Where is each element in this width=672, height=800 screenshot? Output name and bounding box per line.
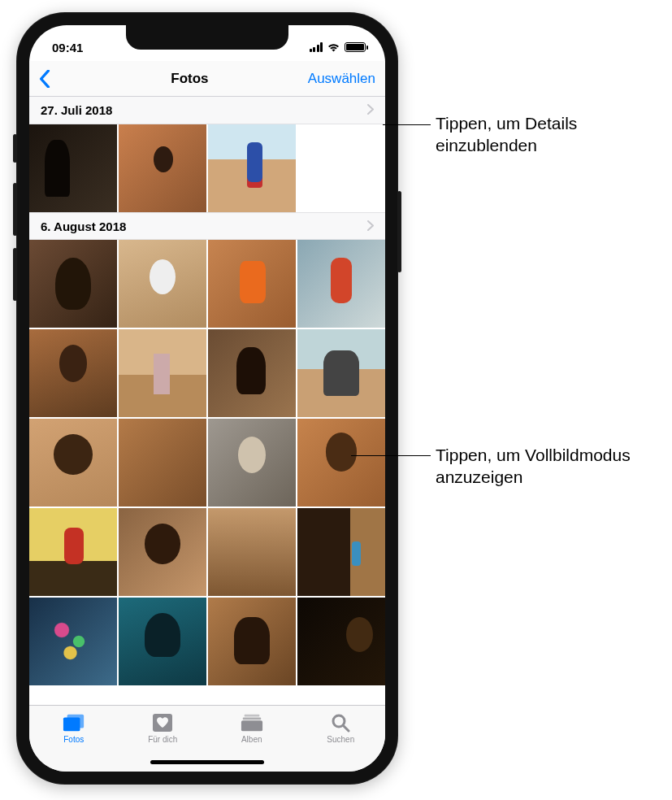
callout-fullscreen: Tippen, um Vollbildmodus anzuzeigen bbox=[436, 444, 663, 489]
photo-grid-0 bbox=[29, 124, 385, 212]
volume-down-button bbox=[13, 248, 17, 301]
photo-thumbnail[interactable] bbox=[297, 508, 385, 596]
callout-leader-line bbox=[383, 124, 431, 125]
back-button[interactable] bbox=[39, 70, 72, 88]
photo-thumbnail[interactable] bbox=[119, 508, 206, 596]
wifi-icon bbox=[327, 42, 340, 52]
tab-bar: Fotos Für dich bbox=[29, 705, 385, 772]
screen: 09:41 bbox=[29, 25, 385, 772]
search-tab-icon bbox=[329, 712, 352, 733]
side-button bbox=[397, 191, 401, 272]
svg-rect-4 bbox=[243, 717, 261, 720]
tab-photos[interactable]: Fotos bbox=[46, 712, 102, 744]
photo-thumbnail[interactable] bbox=[29, 419, 117, 507]
callout-details: Tippen, um Details einzublenden bbox=[436, 112, 663, 157]
photo-grid-1 bbox=[29, 240, 385, 685]
tab-label: Fotos bbox=[63, 735, 84, 744]
photo-thumbnail[interactable] bbox=[297, 598, 385, 685]
photo-thumbnail[interactable] bbox=[29, 124, 117, 212]
empty-cell bbox=[297, 124, 385, 212]
photo-thumbnail[interactable] bbox=[29, 598, 117, 685]
photo-thumbnail[interactable] bbox=[29, 240, 117, 328]
photo-thumbnail[interactable] bbox=[29, 508, 117, 596]
battery-icon bbox=[345, 42, 366, 52]
tab-label: Suchen bbox=[327, 735, 354, 744]
photo-thumbnail[interactable] bbox=[208, 419, 296, 507]
svg-rect-5 bbox=[241, 720, 262, 731]
callout-leader-line bbox=[351, 455, 431, 456]
photo-thumbnail[interactable] bbox=[208, 508, 296, 596]
content-area[interactable]: 27. Juli 2018 6. August 2018 bbox=[29, 97, 385, 705]
photo-thumbnail[interactable] bbox=[297, 419, 385, 507]
chevron-left-icon bbox=[39, 70, 50, 88]
photo-thumbnail[interactable] bbox=[208, 124, 296, 212]
chevron-right-icon bbox=[367, 220, 374, 233]
volume-up-button bbox=[13, 183, 17, 236]
photo-thumbnail[interactable] bbox=[119, 419, 206, 507]
tab-label: Für dich bbox=[148, 735, 177, 744]
section-header-0[interactable]: 27. Juli 2018 bbox=[29, 97, 385, 124]
status-right bbox=[310, 42, 366, 52]
callout-text: Tippen, um Details einzublenden bbox=[436, 112, 663, 157]
section-date-label: 6. August 2018 bbox=[41, 220, 126, 233]
callout-text: Tippen, um Vollbildmodus anzuzeigen bbox=[436, 444, 663, 489]
notch bbox=[126, 25, 288, 50]
photo-thumbnail[interactable] bbox=[119, 329, 206, 417]
select-button[interactable]: Auswählen bbox=[308, 71, 375, 87]
photo-thumbnail[interactable] bbox=[119, 598, 206, 685]
iphone-frame: 09:41 bbox=[16, 12, 398, 785]
photo-thumbnail[interactable] bbox=[208, 240, 296, 328]
photo-thumbnail[interactable] bbox=[297, 329, 385, 417]
tab-search[interactable]: Suchen bbox=[312, 712, 369, 744]
tab-albums[interactable]: Alben bbox=[223, 712, 280, 744]
section-header-1[interactable]: 6. August 2018 bbox=[29, 212, 385, 240]
photo-thumbnail[interactable] bbox=[119, 124, 206, 212]
tab-for-you[interactable]: Für dich bbox=[134, 712, 191, 744]
home-indicator[interactable] bbox=[150, 760, 264, 764]
chevron-right-icon bbox=[367, 103, 374, 117]
photo-thumbnail[interactable] bbox=[208, 329, 296, 417]
albums-tab-icon bbox=[241, 712, 263, 733]
photos-tab-icon bbox=[63, 712, 85, 733]
mute-switch bbox=[13, 134, 17, 163]
svg-rect-3 bbox=[244, 715, 259, 717]
photo-thumbnail[interactable] bbox=[29, 329, 117, 417]
photo-thumbnail[interactable] bbox=[119, 240, 206, 328]
cellular-signal-icon bbox=[310, 42, 323, 52]
svg-rect-1 bbox=[67, 715, 84, 728]
status-time: 09:41 bbox=[52, 41, 83, 54]
tab-label: Alben bbox=[241, 735, 262, 744]
nav-title: Fotos bbox=[171, 71, 208, 87]
photo-thumbnail[interactable] bbox=[208, 598, 296, 685]
section-date-label: 27. Juli 2018 bbox=[41, 103, 112, 117]
nav-bar: Fotos Auswählen bbox=[29, 61, 385, 97]
for-you-tab-icon bbox=[151, 712, 174, 733]
svg-line-7 bbox=[344, 726, 349, 732]
photo-thumbnail[interactable] bbox=[297, 240, 385, 328]
